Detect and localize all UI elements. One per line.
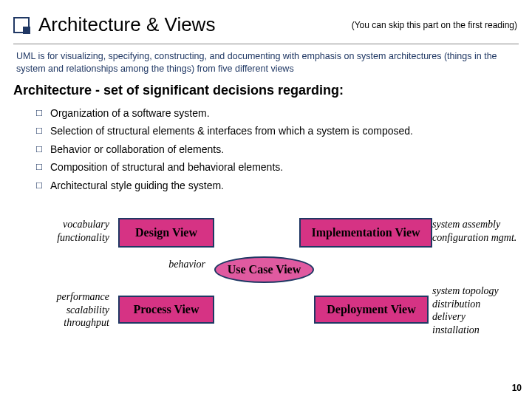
list-item: Architectural style guiding the system.: [35, 177, 532, 195]
page-number: 10: [512, 383, 522, 393]
uml-description: UML is for visualizing, specifying, cons…: [16, 50, 516, 75]
list-item: Organization of a software system.: [35, 104, 532, 123]
list-item-text: Organization of a software system.: [50, 107, 210, 119]
deployment-view-box: Deployment View: [314, 296, 429, 324]
skip-note: (You can skip this part on the first rea…: [352, 20, 517, 30]
implementation-view-box: Implementation View: [299, 218, 432, 248]
decision-list: Organization of a software system. Selec…: [35, 104, 532, 195]
views-diagram: vocabularyfunctionality Design View Impl…: [0, 211, 532, 373]
title-bullet-icon: [13, 17, 30, 33]
label-assembly: system assemblyconfiguration mgmt.: [432, 218, 528, 244]
list-item-text: Composition of structural and behavioral…: [50, 161, 283, 173]
label-vocabulary: vocabularyfunctionality: [35, 218, 109, 244]
list-item: Composition of structural and behavioral…: [35, 158, 532, 177]
list-item: Selection of structural elements & inter…: [35, 122, 532, 140]
list-item-text: Behavior or collaboration of elements.: [50, 143, 224, 155]
list-item-text: Selection of structural elements & inter…: [50, 125, 413, 137]
list-item-text: Architectural style guiding the system.: [50, 180, 224, 191]
label-behavior: behavior: [161, 258, 205, 271]
divider: [13, 44, 519, 44]
usecase-view-box: Use Case View: [214, 256, 314, 283]
label-topology: system topologydistributiondeliveryinsta…: [432, 284, 528, 336]
page-title: Architecture & Views: [38, 13, 352, 36]
label-performance: performancescalabilitythroughput: [35, 290, 109, 330]
title-bar: Architecture & Views (You can skip this …: [0, 0, 532, 44]
process-view-box: Process View: [118, 296, 214, 324]
list-item: Behavior or collaboration of elements.: [35, 140, 532, 159]
design-view-box: Design View: [118, 218, 214, 248]
architecture-heading: Architecture - set of significant decisi…: [13, 83, 532, 98]
